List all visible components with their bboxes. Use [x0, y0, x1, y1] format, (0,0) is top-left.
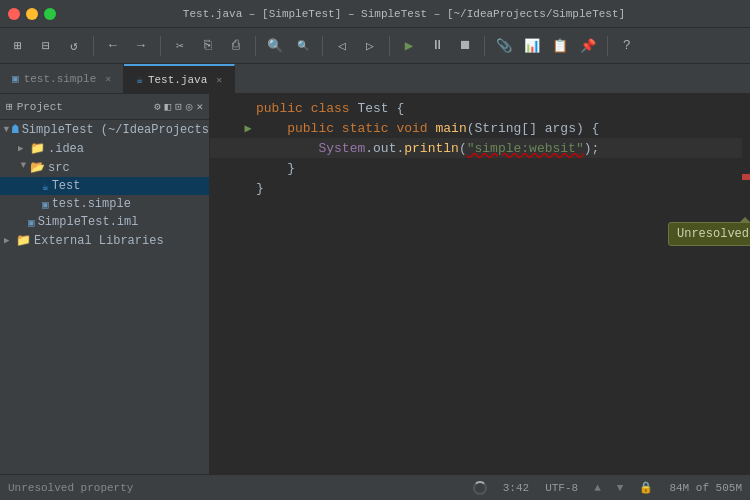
- editor-line-1: public class Test {: [210, 98, 750, 118]
- window-title: Test.java – [SimpleTest] – SimpleTest – …: [66, 8, 742, 20]
- editor-area[interactable]: public class Test { ▶ public static void…: [210, 94, 750, 474]
- line-code-5[interactable]: }: [256, 181, 750, 196]
- status-left: Unresolved property: [8, 482, 461, 494]
- toolbar-stop-btn[interactable]: ⏹: [453, 34, 477, 58]
- toolbar-sync-btn[interactable]: ⊟: [34, 34, 58, 58]
- encoding-arrow-up: ▲: [594, 482, 601, 494]
- line-code-2[interactable]: public static void main(String[] args) {: [256, 121, 750, 136]
- sidebar: ⊞ Project ⚙ ◧ ⊡ ◎ ✕ ▶ ☗ SimpleTest (~/Id…: [0, 94, 210, 474]
- tab-simple[interactable]: ▣ test.simple ✕: [0, 64, 124, 93]
- sidebar-collapse-icon[interactable]: ◧: [165, 100, 172, 113]
- toolbar-separator-1: [93, 36, 94, 56]
- tree-label-src: src: [48, 161, 70, 175]
- editor-line-2: ▶ public static void main(String[] args)…: [210, 118, 750, 138]
- tree-label-iml: SimpleTest.iml: [38, 215, 139, 229]
- window-controls: [8, 8, 56, 20]
- toolbar-separator-6: [484, 36, 485, 56]
- tree-item-iml[interactable]: ▣ SimpleTest.iml: [0, 213, 209, 231]
- toolbar-help-btn[interactable]: ?: [615, 34, 639, 58]
- cursor-position[interactable]: 3:42: [503, 482, 529, 494]
- tree-label-testsimple: test.simple: [52, 197, 131, 211]
- module-icon: ☗: [11, 122, 18, 137]
- minimize-button[interactable]: [26, 8, 38, 20]
- arrow-src: ▶: [18, 163, 29, 173]
- toolbar-find-usage-btn[interactable]: 🔍: [291, 34, 315, 58]
- sidebar-header-label: Project: [17, 101, 63, 113]
- status-right: 3:42 UTF-8 ▲ ▼ 🔒 84M of 505M: [473, 481, 742, 495]
- toolbar-paste-btn[interactable]: ⎙: [224, 34, 248, 58]
- toolbar-cut-btn[interactable]: ✂: [168, 34, 192, 58]
- sidebar-locate-icon[interactable]: ◎: [186, 100, 193, 113]
- toolbar-prev-btn[interactable]: ◁: [330, 34, 354, 58]
- tab-bar: ▣ test.simple ✕ ☕ Test.java ✕: [0, 64, 750, 94]
- folder-external-icon: 📁: [16, 233, 31, 248]
- tab-java[interactable]: ☕ Test.java ✕: [124, 64, 235, 93]
- encoding-arrow-down: ▼: [617, 482, 624, 494]
- title-bar: Test.java – [SimpleTest] – SimpleTest – …: [0, 0, 750, 28]
- java-icon-test: ☕: [42, 180, 49, 193]
- tree-item-test[interactable]: ☕ Test: [0, 177, 209, 195]
- toolbar-find-btn[interactable]: 🔍: [263, 34, 287, 58]
- tree-item-external[interactable]: ▶ 📁 External Libraries: [0, 231, 209, 250]
- editor-content: public class Test { ▶ public static void…: [210, 94, 750, 202]
- error-marker: [742, 174, 750, 180]
- maximize-button[interactable]: [44, 8, 56, 20]
- tree-item-simpletest[interactable]: ▶ ☗ SimpleTest (~/IdeaProjects/: [0, 120, 209, 139]
- sidebar-close-icon[interactable]: ✕: [196, 100, 203, 113]
- toolbar-tasks-btn[interactable]: 📋: [548, 34, 572, 58]
- toolbar-refresh-btn[interactable]: ↺: [62, 34, 86, 58]
- sidebar-header: ⊞ Project ⚙ ◧ ⊡ ◎ ✕: [0, 94, 209, 120]
- simple-icon: ▣: [42, 198, 49, 211]
- status-bar: Unresolved property 3:42 UTF-8 ▲ ▼ 🔒 84M…: [0, 474, 750, 500]
- memory-indicator[interactable]: 84M of 505M: [669, 482, 742, 494]
- java-file-icon: ☕: [136, 73, 143, 86]
- tree-label-simpletest: SimpleTest (~/IdeaProjects/: [22, 123, 210, 137]
- toolbar-separator-3: [255, 36, 256, 56]
- toolbar-structure-btn[interactable]: 📊: [520, 34, 544, 58]
- toolbar-back-btn[interactable]: ←: [101, 34, 125, 58]
- toolbar-separator-4: [322, 36, 323, 56]
- encoding[interactable]: UTF-8: [545, 482, 578, 494]
- toolbar-run-btn[interactable]: ▶: [397, 34, 421, 58]
- line-code-3[interactable]: System.out.println("simple:websit");: [256, 141, 750, 156]
- status-error-label: Unresolved property: [8, 482, 133, 494]
- editor-line-3: System.out.println("simple:websit");: [210, 138, 750, 158]
- toolbar-debug-btn[interactable]: ⏸: [425, 34, 449, 58]
- toolbar-separator-5: [389, 36, 390, 56]
- toolbar-next-btn[interactable]: ▷: [358, 34, 382, 58]
- tree-item-testsimple[interactable]: ▣ test.simple: [0, 195, 209, 213]
- tree-label-test: Test: [52, 179, 81, 193]
- toolbar-bookmark-btn[interactable]: 📌: [576, 34, 600, 58]
- folder-idea-icon: 📁: [30, 141, 45, 156]
- toolbar-separator-2: [160, 36, 161, 56]
- tab-simple-close[interactable]: ✕: [105, 73, 111, 85]
- toolbar-vcs-btn[interactable]: 📎: [492, 34, 516, 58]
- arrow-external: ▶: [4, 235, 14, 246]
- tree-label-idea: .idea: [48, 142, 84, 156]
- line-code-1[interactable]: public class Test {: [256, 101, 750, 116]
- line-code-4[interactable]: }: [256, 161, 750, 176]
- simple-file-icon: ▣: [12, 72, 19, 85]
- sidebar-gear-icon[interactable]: ⚙: [154, 100, 161, 113]
- editor-line-5: }: [210, 178, 750, 198]
- editor-line-4: }: [210, 158, 750, 178]
- background-task-spinner: [473, 481, 487, 495]
- close-button[interactable]: [8, 8, 20, 20]
- project-icon: ⊞: [6, 100, 13, 113]
- tab-java-close[interactable]: ✕: [216, 74, 222, 86]
- sidebar-expand-icon[interactable]: ⊡: [175, 100, 182, 113]
- toolbar-separator-7: [607, 36, 608, 56]
- folder-src-icon: 📂: [30, 160, 45, 175]
- tab-simple-label: test.simple: [24, 73, 97, 85]
- error-stripe: [742, 94, 750, 474]
- tree-label-external: External Libraries: [34, 234, 164, 248]
- run-gutter-icon[interactable]: ▶: [244, 121, 251, 136]
- main-layout: ⊞ Project ⚙ ◧ ⊡ ◎ ✕ ▶ ☗ SimpleTest (~/Id…: [0, 94, 750, 474]
- toolbar-project-btn[interactable]: ⊞: [6, 34, 30, 58]
- lock-icon: 🔒: [639, 481, 653, 494]
- toolbar: ⊞ ⊟ ↺ ← → ✂ ⎘ ⎙ 🔍 🔍 ◁ ▷ ▶ ⏸ ⏹ 📎 📊 📋 📌 ?: [0, 28, 750, 64]
- tree-item-idea[interactable]: ▶ 📁 .idea: [0, 139, 209, 158]
- toolbar-forward-btn[interactable]: →: [129, 34, 153, 58]
- tree-item-src[interactable]: ▶ 📂 src: [0, 158, 209, 177]
- toolbar-copy-btn[interactable]: ⎘: [196, 34, 220, 58]
